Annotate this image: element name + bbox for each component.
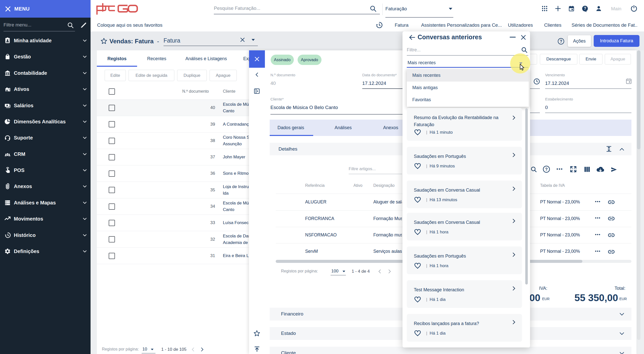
svg-text:?: ? — [545, 167, 548, 172]
svg-text:?: ? — [584, 6, 586, 11]
svg-text:?: ? — [560, 39, 562, 44]
